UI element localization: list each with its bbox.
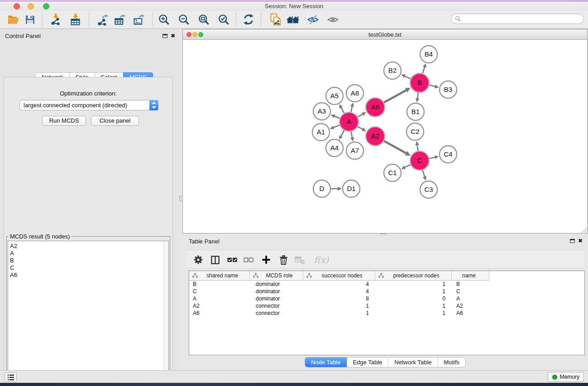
delete-table-button[interactable] bbox=[293, 253, 306, 267]
graph-node-label: A4 bbox=[330, 144, 339, 152]
table-row[interactable]: A2connector11A2 bbox=[189, 302, 584, 310]
table-cell[interactable]: C bbox=[189, 288, 250, 295]
table-cell[interactable]: dominator bbox=[250, 288, 303, 295]
table-cell[interactable]: 1 bbox=[303, 310, 375, 317]
result-item[interactable]: A bbox=[10, 250, 168, 257]
table-cell[interactable]: connector bbox=[250, 310, 303, 317]
network-window-titlebar[interactable]: testGlobe.txt bbox=[183, 29, 587, 40]
table-cell[interactable]: 0 bbox=[375, 295, 452, 302]
table-panel-close-icon[interactable]: ✖ bbox=[578, 238, 583, 243]
tab-motifs[interactable]: Motifs bbox=[438, 357, 465, 367]
result-item[interactable]: C bbox=[10, 264, 168, 272]
run-mcds-button[interactable]: Run MCDS bbox=[42, 116, 86, 126]
column-header-MCDS-role[interactable]: MCDS role bbox=[250, 271, 303, 281]
table-cell[interactable]: 4 bbox=[303, 281, 375, 288]
search-box[interactable] bbox=[451, 14, 584, 24]
column-header-label: successor nodes bbox=[312, 272, 375, 279]
table-cell[interactable]: 1 bbox=[375, 281, 452, 288]
table-cell[interactable]: dominator bbox=[250, 281, 303, 288]
table-row[interactable]: Cdominator41C bbox=[189, 288, 584, 295]
tab-network-table[interactable]: Network Table bbox=[388, 357, 438, 367]
table-row[interactable]: Bdominator41B bbox=[189, 281, 584, 288]
function-builder-button[interactable]: f(x) bbox=[311, 253, 331, 267]
eye-icon bbox=[327, 14, 339, 26]
table-cell[interactable]: dominator bbox=[250, 295, 303, 302]
tab-edge-table[interactable]: Edge Table bbox=[347, 357, 388, 367]
table-cell[interactable]: 1 bbox=[375, 310, 452, 317]
open-session-button[interactable] bbox=[5, 11, 21, 28]
zoom-fit-button[interactable] bbox=[196, 11, 211, 28]
window-resize-grip[interactable] bbox=[581, 227, 587, 233]
table-cell[interactable]: B bbox=[452, 281, 489, 288]
table-cell[interactable]: A2 bbox=[189, 302, 250, 310]
column-header-shared-name[interactable]: shared name bbox=[189, 271, 250, 281]
table-cell[interactable]: C bbox=[452, 288, 489, 295]
import-table-button[interactable] bbox=[67, 11, 83, 28]
column-header-successor-nodes[interactable]: successor nodes bbox=[303, 271, 375, 281]
double-home-icon bbox=[286, 13, 300, 26]
table-cell[interactable]: 4 bbox=[303, 288, 375, 295]
table-cell[interactable]: 1 bbox=[375, 288, 452, 295]
memory-button[interactable]: Memory bbox=[548, 372, 584, 382]
refresh-button[interactable] bbox=[241, 11, 256, 28]
duplicate-network-button[interactable] bbox=[268, 11, 283, 28]
table-panel-float-icon[interactable] bbox=[570, 239, 575, 243]
column-type-icon bbox=[192, 273, 198, 278]
result-item[interactable]: A6 bbox=[10, 272, 168, 279]
table-cell[interactable]: A bbox=[189, 295, 250, 302]
table-cell[interactable]: A6 bbox=[452, 310, 489, 317]
list-icon bbox=[7, 374, 14, 381]
column-header-name[interactable]: name bbox=[452, 271, 489, 281]
table-toolbar: f(x) bbox=[187, 250, 584, 268]
show-panels-list-button[interactable] bbox=[5, 372, 17, 382]
table-row[interactable]: A6connector11A6 bbox=[189, 310, 584, 317]
table-cell[interactable]: A6 bbox=[189, 310, 250, 317]
import-network-button[interactable] bbox=[48, 11, 63, 28]
vertical-divider-grip[interactable] bbox=[179, 196, 183, 201]
control-panel-close-icon[interactable]: ✖ bbox=[171, 33, 175, 38]
delete-column-button[interactable] bbox=[277, 253, 290, 267]
zoom-selected-button[interactable] bbox=[216, 11, 231, 28]
export-image-button[interactable] bbox=[131, 11, 146, 28]
table-cell[interactable]: B bbox=[189, 281, 250, 288]
graph-node-label: A5 bbox=[330, 92, 339, 100]
home-button[interactable] bbox=[285, 11, 301, 28]
show-all-button[interactable] bbox=[325, 11, 340, 28]
result-list-scrollbar[interactable] bbox=[163, 241, 168, 386]
show-column-browser-button[interactable] bbox=[208, 253, 222, 267]
select-all-columns-button[interactable] bbox=[225, 253, 239, 267]
table-cell[interactable]: 8 bbox=[303, 295, 375, 302]
mcds-panel-body: Optimization criterion: largest connecte… bbox=[4, 77, 173, 386]
result-item[interactable]: B bbox=[10, 257, 168, 264]
graph-node-label: C1 bbox=[388, 169, 397, 176]
table-cell[interactable]: A bbox=[452, 295, 489, 302]
node-table[interactable]: shared nameMCDS rolesuccessor nodesprede… bbox=[189, 271, 585, 355]
table-header-row: shared nameMCDS rolesuccessor nodesprede… bbox=[189, 271, 584, 281]
close-panel-button[interactable]: Close panel bbox=[91, 116, 139, 126]
save-session-button[interactable] bbox=[22, 11, 38, 28]
table-cell[interactable]: A2 bbox=[452, 302, 489, 310]
network-canvas[interactable]: B4B2BB3B1A5A8A6A3AA1C2A4A7A2C4CC1C3DD1 bbox=[183, 40, 587, 233]
hide-selected-button[interactable] bbox=[305, 11, 320, 28]
result-item[interactable]: A2 bbox=[10, 243, 168, 250]
column-header-predecessor-nodes[interactable]: predecessor nodes bbox=[375, 271, 452, 281]
tab-node-table[interactable]: Node Table bbox=[305, 357, 347, 367]
table-settings-button[interactable] bbox=[191, 253, 205, 267]
criterion-select[interactable]: largest connected component (directed) bbox=[19, 100, 158, 110]
control-panel-float-icon[interactable] bbox=[163, 34, 167, 38]
zoom-selected-icon bbox=[218, 14, 230, 26]
table-panel-title: Table Panel bbox=[189, 238, 220, 245]
import-network-icon bbox=[49, 14, 62, 26]
unselect-all-columns-button[interactable] bbox=[242, 253, 255, 267]
zoom-in-button[interactable] bbox=[156, 11, 172, 28]
table-row[interactable]: Adominator80A bbox=[189, 295, 584, 302]
table-cell[interactable]: 1 bbox=[375, 302, 452, 310]
table-cell[interactable]: 1 bbox=[303, 302, 375, 310]
create-column-button[interactable] bbox=[259, 253, 273, 267]
trash-icon bbox=[278, 255, 289, 265]
zoom-out-button[interactable] bbox=[176, 11, 191, 28]
search-input[interactable] bbox=[463, 16, 580, 22]
table-cell[interactable]: connector bbox=[250, 302, 303, 310]
export-table-button[interactable] bbox=[112, 11, 127, 28]
export-network-button[interactable] bbox=[95, 11, 110, 28]
